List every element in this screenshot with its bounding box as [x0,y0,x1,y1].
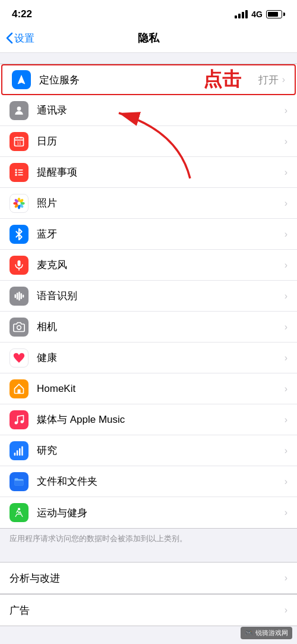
analysis-chevron-icon: › [285,573,287,583]
bluetooth-icon-wrap [10,225,29,244]
analysis-section-inner: 分析与改进 › [0,562,297,594]
bluetooth-chevron-icon: › [285,229,287,240]
homekit-row[interactable]: HomeKit › [0,373,297,404]
svg-point-29 [15,421,18,424]
analysis-label: 分析与改进 [10,571,285,585]
svg-rect-3 [21,136,22,138]
bluetooth-row[interactable]: 蓝牙 › [0,219,297,250]
microphone-icon [13,259,25,271]
section-note: 应用程序请求访问您的数据时会被添加到以上类别。 [0,529,297,551]
research-icon-wrap [10,441,29,460]
location-chevron-icon: › [282,74,285,85]
media-chevron-icon: › [285,414,287,425]
status-icons: 4G [235,10,285,19]
status-time: 4:22 [12,8,32,20]
svg-point-27 [17,325,21,329]
ads-chevron-icon: › [285,605,287,615]
svg-rect-23 [17,293,18,300]
calendar-icon: 11 [13,136,25,147]
svg-point-35 [18,508,20,510]
camera-chevron-icon: › [285,322,287,332]
location-value: 打开 [258,73,279,87]
svg-rect-10 [18,174,23,175]
back-label: 设置 [14,32,34,45]
fitness-icon-wrap [10,503,29,522]
microphone-row[interactable]: 麦克风 › [0,250,297,281]
camera-icon [13,321,25,333]
page-title: 隐私 [138,31,159,45]
svg-rect-25 [21,293,23,299]
calendar-icon-wrap: 11 [10,132,29,151]
speechrecog-chevron-icon: › [285,291,287,301]
ads-row[interactable]: 广告 › [0,595,297,626]
speechrecog-icon-wrap [10,287,29,306]
microphone-icon-wrap [10,256,29,275]
research-chevron-icon: › [285,445,287,456]
location-row[interactable]: 定位服务 打开 › 点击 [1,64,296,95]
homekit-chevron-icon: › [285,384,287,394]
contacts-row[interactable]: 通讯录 › [0,95,297,126]
contacts-icon [13,105,25,117]
svg-point-7 [15,174,17,175]
bluetooth-label: 蓝牙 [37,227,285,241]
calendar-row[interactable]: 11 日历 › [0,126,297,157]
page-wrapper: 4:22 4G 设置 隐私 [0,0,297,626]
analysis-row[interactable]: 分析与改进 › [0,563,297,593]
svg-point-30 [21,420,24,423]
fitness-row[interactable]: 运动与健身 › [0,497,297,528]
main-section-inner: 定位服务 打开 › 点击 通讯录 › [0,64,297,529]
files-row[interactable]: 文件和文件夹 › [0,466,297,497]
microphone-chevron-icon: › [285,260,287,271]
svg-rect-31 [14,453,16,455]
reminders-icon-wrap [10,163,29,182]
homekit-icon [13,383,25,395]
calendar-chevron-icon: › [285,136,287,147]
music-icon [13,414,25,426]
nav-bar: 设置 隐私 [0,25,297,53]
lte-label: 4G [251,10,263,19]
svg-rect-24 [18,291,20,300]
photos-label: 照片 [37,196,285,210]
photos-icon [12,197,26,210]
location-icon [15,74,27,86]
contacts-label: 通讯录 [37,103,285,117]
contacts-icon-wrap [10,101,29,120]
reminders-icon [13,167,25,178]
svg-rect-32 [17,450,18,455]
photos-row[interactable]: 照片 › [0,188,297,219]
media-row[interactable]: 媒体与 Apple Music › [0,404,297,435]
health-row[interactable]: 健康 › [0,343,297,373]
back-button[interactable]: 设置 [6,32,34,45]
camera-label: 相机 [37,320,285,334]
svg-rect-20 [18,260,21,266]
camera-row[interactable]: 相机 › [0,312,297,343]
svg-rect-2 [17,136,18,138]
svg-rect-33 [19,448,21,455]
speechrecog-icon [13,290,25,302]
ads-section-inner: 广告 › [0,594,297,626]
watermark-icon: 🎮 [245,629,253,637]
battery-icon [266,10,285,18]
reminders-row[interactable]: 提醒事项 › [0,157,297,188]
media-icon-wrap [10,410,29,429]
ads-section: 广告 › [0,594,297,626]
reminders-chevron-icon: › [285,167,287,178]
svg-rect-8 [18,169,23,171]
homekit-icon-wrap [10,379,29,398]
main-section: 定位服务 打开 › 点击 通讯录 › [0,64,297,551]
health-label: 健康 [37,351,285,365]
svg-point-19 [17,202,21,205]
files-chevron-icon: › [285,476,287,487]
research-label: 研究 [37,444,285,457]
research-row[interactable]: 研究 › [0,435,297,466]
speechrecog-row[interactable]: 语音识别 › [0,281,297,312]
svg-rect-28 [18,389,21,393]
fitness-label: 运动与健身 [37,506,285,520]
svg-rect-34 [21,446,23,455]
health-icon-wrap [10,348,29,367]
camera-icon-wrap [10,318,29,337]
microphone-label: 麦克风 [37,258,285,272]
media-label: 媒体与 Apple Music [37,413,285,426]
svg-point-5 [15,169,17,171]
files-label: 文件和文件夹 [37,475,285,488]
